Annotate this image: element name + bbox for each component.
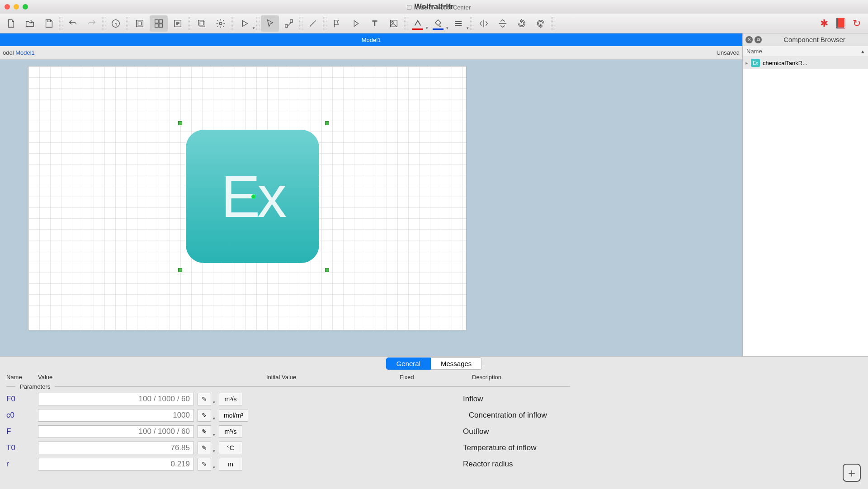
new-file-button[interactable] [2,15,20,32]
svg-rect-9 [200,22,205,27]
edit-value-button[interactable]: ✎ [198,409,211,422]
param-value-input[interactable] [38,442,194,454]
edit-value-button[interactable]: ✎ [198,393,211,405]
flip-vertical-button[interactable] [494,15,512,32]
param-row: T0 ✎▾ °C Temperature of inflow [0,440,868,456]
image-tool-button[interactable] [385,15,403,32]
redo-button[interactable] [83,15,101,32]
svg-point-14 [392,21,393,23]
document-tab[interactable]: Model1 [0,33,742,46]
svg-rect-1 [137,20,143,27]
param-name: c0 [6,411,34,420]
diagram-view-button[interactable] [131,15,149,32]
model-path-bar: odel Model1 Unsaved [0,46,742,60]
text-view-button[interactable] [169,15,187,32]
connector-tool-button[interactable] [280,15,298,32]
duplicate-button[interactable] [193,15,211,32]
info-button[interactable] [107,15,125,32]
param-name: F0 [6,395,34,404]
play-button[interactable] [236,15,254,32]
model-name-link[interactable]: Model1 [15,49,35,56]
edit-value-button[interactable]: ✎ [198,442,211,454]
text-tool-button[interactable] [366,15,384,32]
icon-view-button[interactable] [150,15,168,32]
tab-general[interactable]: General [386,357,431,370]
stroke-color-button[interactable] [409,15,427,32]
param-row: c0 ✎▾ mol/m³ Concentration of inflow [0,407,868,423]
fill-color-button[interactable] [429,15,447,32]
svg-rect-11 [285,24,288,27]
open-file-button[interactable] [21,15,39,32]
param-unit[interactable]: m [219,458,242,470]
component-browser-panel: ✕ ⧉ Component Browser Name▴ ▸ Ex chemica… [742,33,868,356]
svg-rect-3 [155,19,158,23]
tab-messages[interactable]: Messages [431,357,482,370]
param-description: Reactor radius [463,460,513,469]
param-name: r [6,460,34,469]
line-tool-button[interactable] [304,15,322,32]
svg-rect-12 [290,19,293,22]
param-value-input[interactable] [38,458,194,470]
param-value-input[interactable] [38,393,194,405]
add-parameter-button[interactable]: ＋ [843,464,861,482]
svg-rect-2 [138,22,141,25]
secondary-title: lerdeler Model Center [407,3,471,11]
zoom-window-button[interactable] [23,4,28,9]
forward-button[interactable] [347,15,365,32]
diagram-canvas[interactable]: Ex [28,66,467,330]
panel-title: Component Browser [783,36,845,43]
edit-value-button[interactable]: ✎ [198,425,211,438]
flip-horizontal-button[interactable] [475,15,493,32]
param-description: Outflow [463,427,489,436]
save-button[interactable] [40,15,58,32]
param-description: Inflow [463,395,483,404]
param-row: F0 ✎▾ m³/s Inflow [0,391,868,407]
svg-rect-5 [155,24,158,27]
line-style-button[interactable] [449,15,467,32]
pointer-tool-button[interactable] [261,15,279,32]
wolfram-icon[interactable]: ✱ [817,17,831,30]
refresh-icon[interactable]: ↻ [850,17,863,30]
properties-panel: General Messages NameValueInitial ValueF… [0,356,868,489]
param-unit[interactable]: m³/s [219,393,242,405]
column-headers: NameValueInitial ValueFixedDescription [0,370,868,382]
edit-value-button[interactable]: ✎ [198,458,211,470]
rotate-cw-button[interactable] [532,15,550,32]
tree-item[interactable]: ▸ Ex chemicalTankR... [743,57,868,69]
toolbar: ▾ ▾ ▾ ▾ ✱ 📕 ↻ [0,14,868,33]
param-row: F ✎▾ m³/s Outflow [0,423,868,440]
param-name: T0 [6,443,34,452]
svg-rect-8 [198,20,203,25]
param-value-input[interactable] [38,409,194,422]
rotate-ccw-button[interactable] [513,15,531,32]
svg-rect-4 [159,19,162,23]
param-unit[interactable]: °C [219,442,242,454]
undock-panel-button[interactable]: ⧉ [755,36,762,43]
param-description: Concentration of inflow [469,411,547,420]
param-unit[interactable]: m³/s [219,425,242,438]
chevron-right-icon: ▸ [745,60,748,66]
close-panel-button[interactable]: ✕ [745,36,753,43]
svg-point-10 [219,22,222,25]
flag-tool-button[interactable] [328,15,346,32]
param-value-input[interactable] [38,425,194,438]
param-unit[interactable]: mol/m³ [219,409,248,422]
minimize-window-button[interactable] [14,4,19,9]
close-window-button[interactable] [5,4,10,9]
connection-port[interactable] [251,194,256,199]
unsaved-status: Unsaved [717,49,740,56]
undo-button[interactable] [64,15,82,32]
sort-caret-icon: ▴ [861,48,864,55]
browser-column-header[interactable]: Name▴ [743,46,868,57]
param-name: F [6,427,34,436]
section-parameters: Parameters [0,382,868,391]
example-badge-icon: Ex [751,59,760,67]
param-row: r ✎▾ m Reactor radius [0,456,868,472]
settings-button[interactable] [212,15,230,32]
tree-item-label: chemicalTankR... [763,60,807,66]
param-description: Temperature of inflow [463,443,537,452]
window-titlebar: Wolfralfrlfr lerdeler Model Center [0,0,868,14]
docs-icon[interactable]: 📕 [834,17,847,30]
svg-rect-6 [159,24,162,27]
